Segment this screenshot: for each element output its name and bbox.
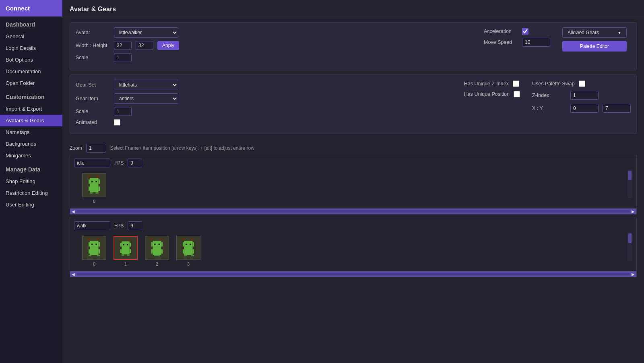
svg-rect-77 [193,250,194,254]
idle-fps-label: FPS [114,160,124,166]
walk-frame-img-0[interactable] [82,236,106,260]
gear-set-select[interactable]: littlehats [114,80,178,90]
walk-frame-img-3[interactable] [176,236,200,260]
svg-rect-48 [122,256,124,257]
page-title: Avatar & Gears [62,0,644,17]
sidebar-item-minigames[interactable]: Minigames [0,150,62,161]
svg-rect-33 [97,256,100,258]
avatar-select[interactable]: littlewalker [114,27,178,38]
move-speed-input[interactable]: 10 [522,38,550,47]
walk-frame-3[interactable]: 3 [176,236,200,266]
sidebar-item-general[interactable]: General [0,31,62,42]
walk-scroll-right-arrow[interactable]: ▶ [632,272,635,276]
walk-name-input[interactable] [74,221,110,230]
zoom-input[interactable]: 1 [86,144,106,153]
acceleration-checkbox[interactable] [522,28,528,35]
svg-rect-18 [89,238,90,241]
sidebar-item-bot-options[interactable]: Bot Options [0,54,62,66]
idle-frame-0[interactable]: 0 [82,173,106,204]
walk-frame-0[interactable]: 0 [82,236,106,266]
gear-item-label: Gear Item [76,96,110,101]
uses-palette-swap-checkbox[interactable] [579,80,585,87]
idle-frame-index-0: 0 [93,199,95,204]
scroll-left-arrow[interactable]: ◀ [72,209,75,214]
sidebar-item-import-export[interactable]: Import & Export [0,103,62,115]
svg-rect-75 [184,248,193,255]
svg-rect-64 [154,256,157,258]
svg-rect-34 [120,239,122,241]
walk-scroll-left-arrow[interactable]: ◀ [72,272,75,276]
gear-item-select[interactable]: antlers [114,93,178,104]
sidebar-item-login-details[interactable]: Login Details [0,42,62,54]
palette-editor-button[interactable]: Palette Editor [562,41,627,52]
sprite-walk-0 [83,237,105,259]
svg-rect-37 [130,239,131,240]
uses-palette-swap-label: Uses Palette Swap [532,81,575,87]
svg-rect-38 [122,241,130,248]
svg-rect-26 [96,244,97,245]
sidebar-item-nametags[interactable]: Nametags [0,126,62,138]
svg-rect-3 [99,175,100,177]
x-input[interactable]: 0 [570,104,599,113]
svg-rect-2 [97,175,99,178]
svg-rect-20 [97,238,99,241]
svg-rect-53 [161,238,163,240]
idle-fps-input[interactable] [128,159,142,167]
svg-rect-65 [157,256,160,258]
zoom-row: Zoom 1 Select Frame+ item position [arro… [62,141,644,155]
width-input[interactable]: 32 [114,41,132,50]
has-unique-z-label: Has Unique Z-Index [464,81,509,87]
sidebar-item-user-editing[interactable]: User Editing [0,199,62,210]
idle-name-input[interactable] [74,159,110,167]
svg-rect-57 [154,244,156,245]
has-unique-pos-checkbox[interactable] [514,91,520,97]
svg-rect-17 [96,194,99,195]
svg-rect-55 [151,242,153,247]
walk-frames-row: 0 [74,233,632,269]
walk-frame-2[interactable]: 2 [145,236,169,266]
walk-frame-img-1[interactable] [114,236,138,260]
sidebar-item-avatars-gears[interactable]: Avatars & Gears [0,115,62,126]
sidebar: Connect Dashboard General Login Details … [0,0,62,363]
has-unique-z-checkbox[interactable] [513,80,519,87]
walk-frame-1[interactable]: 1 [114,236,138,266]
svg-rect-21 [99,238,100,240]
sprite-idle-0 [83,174,105,196]
sidebar-item-open-folder[interactable]: Open Folder [0,77,62,89]
sidebar-item-backgrounds[interactable]: Backgrounds [0,138,62,150]
z-index-input[interactable]: 1 [570,91,599,100]
svg-rect-4 [90,175,92,177]
walk-scrollbar[interactable]: ◀ ▶ [70,271,636,277]
scale-gear-input[interactable]: 1 [114,107,132,116]
scale-input[interactable]: 1 [114,53,132,62]
svg-rect-44 [120,249,122,253]
svg-rect-59 [153,248,161,255]
svg-rect-52 [160,238,161,241]
svg-rect-12 [89,187,90,191]
animated-checkbox[interactable] [114,119,120,126]
apply-button[interactable]: Apply [157,41,179,50]
height-input[interactable]: 32 [136,41,153,50]
z-index-label: Z-Index [532,93,566,98]
walk-frame-index-1: 1 [124,262,127,266]
svg-rect-56 [161,242,163,247]
acceleration-label: Acceleration [484,29,518,34]
walk-fps-input[interactable] [128,221,142,230]
allowed-gears-button[interactable]: Allowed Gears ▼ [562,27,627,38]
idle-frame-img-0[interactable] [82,173,106,197]
svg-rect-58 [159,244,160,245]
sidebar-section-manage-data: Manage Data [0,161,62,175]
svg-rect-76 [183,250,184,254]
svg-rect-66 [183,238,184,241]
sprite-walk-3 [177,237,200,259]
y-input[interactable]: 7 [603,104,631,113]
sprite-walk-2 [146,237,168,259]
idle-scrollbar[interactable]: ◀ ▶ [70,208,636,214]
sidebar-item-documentation[interactable]: Documentation [0,66,62,77]
svg-rect-51 [150,238,152,240]
walk-frame-img-2[interactable] [145,236,169,260]
svg-rect-32 [89,256,91,258]
sidebar-item-shop-editing[interactable]: Shop Editing [0,175,62,187]
scroll-right-arrow[interactable]: ▶ [632,209,635,214]
sidebar-item-restriction-editing[interactable]: Restriction Editing [0,187,62,199]
